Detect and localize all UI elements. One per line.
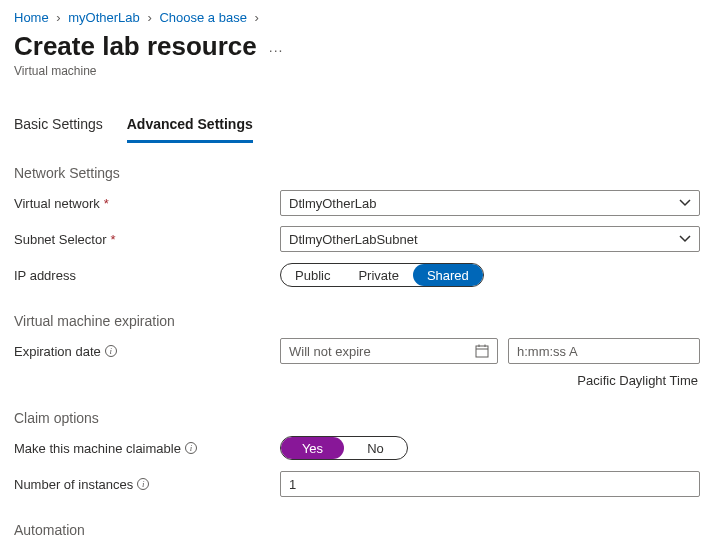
label-expiration-date: Expiration date i	[14, 344, 280, 359]
page-title: Create lab resource	[14, 31, 257, 62]
label-make-claimable: Make this machine claimable i	[14, 441, 280, 456]
more-actions-icon[interactable]: ···	[269, 36, 284, 58]
tab-basic-settings[interactable]: Basic Settings	[14, 112, 103, 143]
chevron-right-icon: ›	[147, 10, 151, 25]
segmented-ip-address: Public Private Shared	[280, 263, 484, 287]
breadcrumb-home[interactable]: Home	[14, 10, 49, 25]
ip-option-shared[interactable]: Shared	[413, 264, 483, 286]
dropdown-virtual-network-value: DtlmyOtherLab	[289, 196, 376, 211]
section-network-settings: Network Settings	[14, 165, 700, 181]
label-ip-address: IP address	[14, 268, 280, 283]
expiration-date-placeholder: Will not expire	[289, 344, 371, 359]
claimable-yes[interactable]: Yes	[281, 437, 344, 459]
timezone-label: Pacific Daylight Time	[14, 373, 700, 388]
tabs: Basic Settings Advanced Settings	[14, 112, 700, 143]
dropdown-subnet-selector[interactable]: DtlmyOtherLabSubnet	[280, 226, 700, 252]
tab-advanced-settings[interactable]: Advanced Settings	[127, 112, 253, 143]
chevron-right-icon: ›	[56, 10, 60, 25]
chevron-down-icon	[679, 197, 691, 209]
info-icon[interactable]: i	[137, 478, 149, 490]
claimable-no[interactable]: No	[344, 437, 407, 459]
chevron-right-icon: ›	[255, 10, 259, 25]
breadcrumb: Home › myOtherLab › Choose a base ›	[14, 10, 700, 25]
calendar-icon	[475, 344, 489, 358]
input-number-of-instances[interactable]	[280, 471, 700, 497]
section-automation: Automation	[14, 522, 700, 538]
expiration-time-placeholder: h:mm:ss A	[517, 344, 578, 359]
chevron-down-icon	[679, 233, 691, 245]
section-vm-expiration: Virtual machine expiration	[14, 313, 700, 329]
breadcrumb-lab[interactable]: myOtherLab	[68, 10, 140, 25]
label-virtual-network: Virtual network*	[14, 196, 280, 211]
label-number-of-instances: Number of instances i	[14, 477, 280, 492]
page-subtitle: Virtual machine	[14, 64, 700, 78]
input-expiration-time[interactable]: h:mm:ss A	[508, 338, 700, 364]
section-claim-options: Claim options	[14, 410, 700, 426]
svg-rect-0	[476, 346, 488, 357]
info-icon[interactable]: i	[185, 442, 197, 454]
dropdown-virtual-network[interactable]: DtlmyOtherLab	[280, 190, 700, 216]
dropdown-subnet-selector-value: DtlmyOtherLabSubnet	[289, 232, 418, 247]
label-subnet-selector: Subnet Selector*	[14, 232, 280, 247]
segmented-claimable: Yes No	[280, 436, 408, 460]
ip-option-public[interactable]: Public	[281, 264, 344, 286]
input-expiration-date[interactable]: Will not expire	[280, 338, 498, 364]
breadcrumb-choose-base[interactable]: Choose a base	[159, 10, 246, 25]
ip-option-private[interactable]: Private	[344, 264, 412, 286]
info-icon[interactable]: i	[105, 345, 117, 357]
